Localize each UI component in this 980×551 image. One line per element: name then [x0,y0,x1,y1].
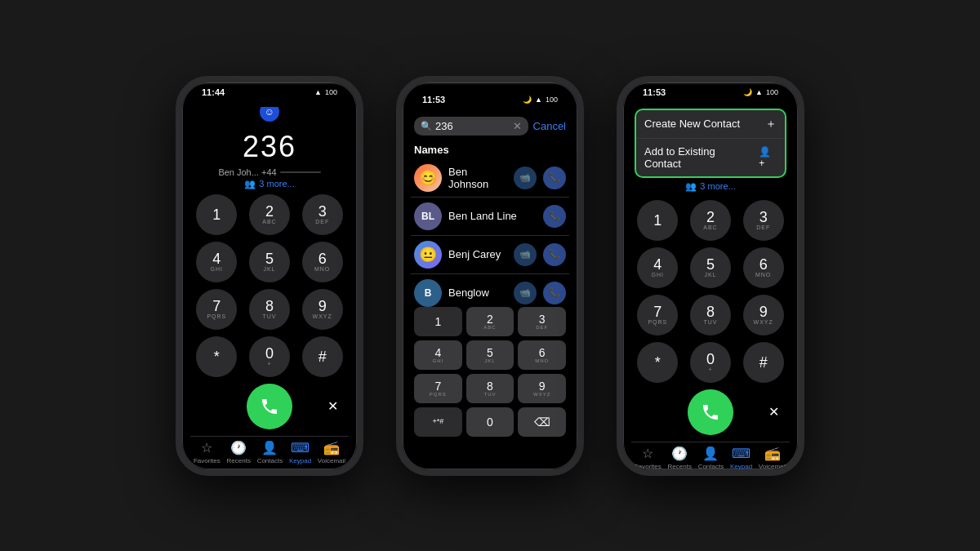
key-sm-5[interactable]: 5JKL [466,340,514,370]
video-call-benglow[interactable]: 📹 [514,282,537,304]
key3-5[interactable]: 5JKL [690,247,731,288]
key-7[interactable]: 7PQRS [196,289,237,330]
avatar-benj-carey: 😐 [414,241,442,269]
contact-list-2: 😊 Ben Johnson 📹 📞 BL Ben Land Line [411,159,569,307]
search-box-2[interactable]: 🔍 236 ✕ [414,117,528,136]
video-call-ben-johnson[interactable]: 📹 [514,167,537,189]
tab-contacts-1[interactable]: 👤 Contacts [257,440,283,464]
tab-contacts-label-1: Contacts [257,457,283,464]
key3-4[interactable]: 4GHI [637,247,678,288]
phone-icon-3 [701,402,720,422]
tab-contacts-3[interactable]: 👤 Contacts [698,446,724,470]
add-to-existing-btn[interactable]: Add to Existing Contact 👤+ [636,139,785,176]
more-contacts-1[interactable]: 👥 3 more... [190,179,349,189]
key-9[interactable]: 9WXYZ [302,289,343,330]
voicemail-icon-3: 📻 [764,446,781,461]
star-icon-1: ☆ [201,440,212,455]
person-icon-3: 👤 [702,446,719,461]
battery-icon: 100 [325,88,337,96]
key-sm-8[interactable]: 8TUV [466,374,514,403]
tab-voicemail-3[interactable]: 📻 Voicemail [759,446,786,470]
key-5[interactable]: 5JKL [249,242,290,282]
key-3[interactable]: 3DEF [302,194,343,235]
voicemail-icon-1: 📻 [323,440,340,455]
key3-7[interactable]: 7PQRS [637,295,678,335]
key-0[interactable]: 0+ [249,336,290,377]
key3-6[interactable]: 6MNO [743,247,784,288]
call-button-1[interactable] [247,384,292,429]
key3-hash[interactable]: # [743,342,784,383]
contact-row-benglow[interactable]: B Benglow 📹 📞 [411,274,569,307]
phone-1: 11:44 ▲ 100 ☺ 236 Ben Joh... +44 👥 3 mor… [176,76,363,476]
person-add-icon: 👤+ [759,146,777,169]
phone-call-benglow[interactable]: 📞 [543,282,566,304]
contact-name-benglow: Benglow [448,287,507,299]
key-sm-0[interactable]: 0 [466,407,514,437]
phone-call-ben-johnson[interactable]: 📞 [543,167,566,189]
key-1[interactable]: 1 [196,194,237,235]
moon-icon-2: 🌙 [523,96,532,104]
tab-voicemail-label-3: Voicemail [759,463,786,470]
battery-icon-3: 100 [766,88,778,96]
key-star[interactable]: * [196,336,237,377]
key-6[interactable]: 6MNO [302,242,343,282]
contact-name-benj-carey: Benj Carey [448,248,507,260]
tab-favorites-3[interactable]: ☆ Favorites [635,446,662,470]
tab-keypad-3[interactable]: ⌨ Keypad [730,446,752,470]
tab-favorites-1[interactable]: ☆ Favorites [194,440,220,464]
key3-2[interactable]: 2ABC [690,200,731,241]
contact-actions-ben-land: 📞 [543,205,566,228]
status-icons-1: ▲ 100 [314,88,337,96]
key-sm-7[interactable]: 7PQRS [414,374,462,403]
key-4[interactable]: 4GHI [196,242,237,282]
key-sm-1[interactable]: 1 [414,307,462,336]
avatar-benglow: B [414,279,442,307]
contact-row-benj-carey[interactable]: 😐 Benj Carey 📹 📞 [411,236,569,274]
key-2[interactable]: 2ABC [249,194,290,235]
key-sm-3[interactable]: 3DEF [518,307,566,336]
key-sm-delete[interactable]: ⌫ [518,407,566,437]
tab-recents-1[interactable]: 🕐 Recents [227,440,251,464]
video-call-benj-carey[interactable]: 📹 [514,243,537,266]
dynamic-island-3 [682,91,739,107]
delete-button-1[interactable]: ✕ [317,390,349,423]
key3-star[interactable]: * [637,342,678,383]
cancel-button-2[interactable]: Cancel [533,120,566,132]
phone-call-benj-carey[interactable]: 📞 [543,243,566,266]
keypad-1: 1 2ABC 3DEF 4GHI 5JKL 6MNO 7PQRS 8TUV 9W… [190,194,349,377]
contact-actions-benglow: 📹 📞 [514,282,566,304]
key3-3[interactable]: 3DEF [743,200,784,241]
phone-call-ben-land[interactable]: 📞 [543,205,566,228]
delete-button-3[interactable]: ✕ [758,396,790,429]
contact-row-ben-land[interactable]: BL Ben Land Line 📞 [411,198,569,236]
key-sm-symbol[interactable]: +*# [414,407,462,437]
tab-recents-3[interactable]: 🕐 Recents [668,446,692,470]
key-sm-6[interactable]: 6MNO [518,340,566,370]
contact-name-ben-land: Ben Land Line [448,210,537,222]
key3-8[interactable]: 8TUV [690,295,731,335]
create-new-contact-btn[interactable]: Create New Contact ＋ [636,110,785,139]
call-button-3[interactable] [688,389,733,435]
key3-1[interactable]: 1 [637,200,678,241]
tab-recents-label-3: Recents [668,463,692,470]
key-8[interactable]: 8TUV [249,289,290,330]
key-hash[interactable]: # [302,336,343,377]
key3-9[interactable]: 9WXYZ [743,295,784,335]
key3-0[interactable]: 0+ [690,342,731,383]
key-sm-4[interactable]: 4GHI [414,340,462,370]
action-row-3: ✕ [631,383,790,442]
tab-keypad-1[interactable]: ⌨ Keypad [289,440,311,464]
wifi-icon-3: ▲ [755,88,763,96]
more-contacts-3[interactable]: 👥 3 more... [631,181,790,192]
keypad-3: 1 2ABC 3DEF 4GHI 5JKL 6MNO 7PQRS 8TUV 9W… [631,200,790,383]
clear-icon-2[interactable]: ✕ [513,120,522,132]
phone-icon-1 [260,397,279,416]
contact-row-ben-johnson[interactable]: 😊 Ben Johnson 📹 📞 [411,159,569,198]
search-text-2: 236 [435,120,453,132]
key-sm-9[interactable]: 9WXYZ [518,374,566,403]
contact-actions-benj-carey: 📹 📞 [514,243,566,266]
status-icons-2: 🌙 ▲ 100 [523,96,558,104]
key-sm-2[interactable]: 2ABC [466,307,514,336]
avatar-ben-johnson: 😊 [414,164,442,192]
tab-voicemail-1[interactable]: 📻 Voicemail [318,440,345,464]
